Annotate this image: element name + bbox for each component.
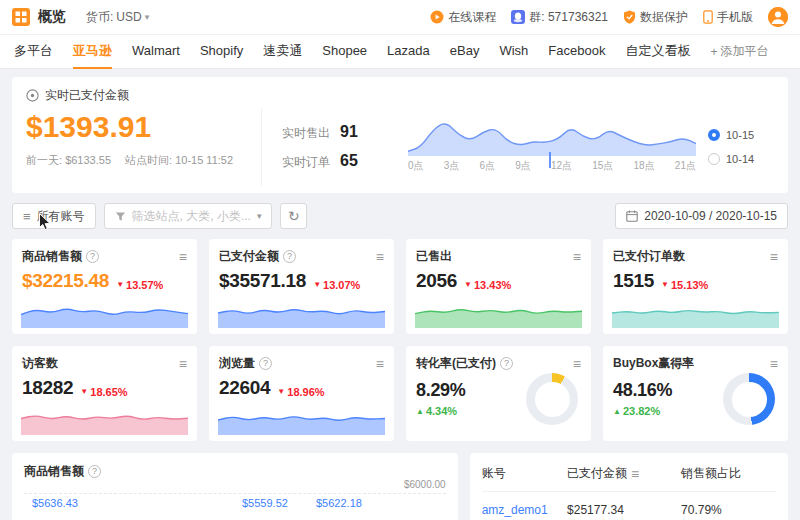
tab-eBay[interactable]: eBay (450, 35, 480, 69)
stat-card-title: 转化率(已支付) (416, 355, 496, 372)
header-paid-label: 已支付金额 (567, 465, 627, 482)
help-icon[interactable]: ? (88, 465, 101, 478)
date-range-picker[interactable]: 2020-10-09 / 2020-10-15 (615, 203, 788, 229)
data-protection-link[interactable]: 数据保护 (623, 9, 688, 26)
stat-card-value: 8.29% (416, 380, 466, 401)
stat-card-change: ▲ 23.82% (613, 405, 660, 417)
stat-card-value: 1515 (613, 270, 654, 292)
stat-card-change: ▼ 15.13% (661, 279, 708, 291)
stat-card-title: 浏览量 (219, 355, 255, 372)
change-value: 15.13% (671, 279, 708, 291)
all-accounts-button[interactable]: ≡ 所有账号 (12, 203, 96, 229)
calendar-icon (626, 210, 638, 222)
tab-速卖通[interactable]: 速卖通 (263, 35, 302, 69)
card-menu-icon[interactable]: ≡ (179, 250, 187, 264)
online-course-link[interactable]: 在线课程 (430, 9, 496, 26)
account-link[interactable]: amz_demo1 (482, 503, 567, 517)
tab-亚马逊[interactable]: 亚马逊 (73, 35, 112, 69)
sort-icon[interactable]: ≡ (631, 467, 639, 481)
change-arrow-icon: ▲ (416, 407, 424, 416)
stat-card: 浏览量 ? ≡ 22604 ▼ 18.96% (209, 346, 394, 441)
platform-tabs: 多平台亚马逊WalmartShopify速卖通ShopeeLazadaeBayW… (0, 35, 800, 69)
header-account[interactable]: 账号 (482, 465, 567, 482)
stat-card-chart (612, 298, 779, 328)
tab-Shopify[interactable]: Shopify (200, 35, 243, 69)
help-icon[interactable]: ? (500, 357, 513, 370)
date-range-value: 2020-10-09 / 2020-10-15 (644, 209, 777, 223)
x-axis-label: 12点 (551, 159, 572, 173)
stat-card-value: 2056 (416, 270, 457, 292)
card-menu-icon[interactable]: ≡ (573, 250, 581, 264)
realtime-sold: 实时售出91 (282, 123, 396, 142)
change-value: 23.82% (623, 405, 660, 417)
header-sales-ratio[interactable]: 销售额占比 (681, 465, 776, 482)
card-menu-icon[interactable]: ≡ (573, 357, 581, 371)
radio-10-15[interactable]: 10-15 (708, 129, 774, 141)
tab-Lazada[interactable]: Lazada (387, 35, 430, 69)
stat-card-value: $32215.48 (22, 270, 109, 292)
chevron-down-icon: ▾ (257, 211, 262, 221)
tab-Facebook[interactable]: Facebook (548, 35, 605, 69)
header-paid-amount[interactable]: 已支付金额≡ (567, 465, 681, 482)
realtime-header: 实时已支付金额 (26, 87, 774, 104)
tab-Walmart[interactable]: Walmart (132, 35, 180, 69)
filter-bar: ≡ 所有账号 筛选站点, 大类, 小类... ▾ ↻ 2020-10-09 / … (12, 203, 788, 229)
x-axis-label: 15点 (592, 159, 613, 173)
stat-card: 访客数 ≡ 18282 ▼ 18.65% (12, 346, 197, 441)
help-icon[interactable]: ? (259, 357, 272, 370)
help-icon[interactable]: ? (86, 250, 99, 263)
refresh-button[interactable]: ↻ (280, 203, 307, 229)
stat-card-change: ▼ 18.65% (80, 386, 127, 398)
account-table-header: 账号 已支付金额≡ 销售额占比 (482, 463, 776, 492)
qq-group[interactable]: 群: 571736321 (511, 9, 608, 26)
card-menu-icon[interactable]: ≡ (376, 357, 384, 371)
stat-card-chart (21, 298, 188, 328)
tab-Shopee[interactable]: Shopee (322, 35, 367, 69)
currency-selector[interactable]: 货币: USD ▾ (86, 9, 149, 26)
stat-card-title: BuyBox赢得率 (613, 355, 694, 372)
app-logo-icon (12, 8, 30, 26)
prev-day-value: $6133.55 (65, 154, 111, 166)
card-menu-icon[interactable]: ≡ (179, 357, 187, 371)
radio-10-14[interactable]: 10-14 (708, 153, 774, 165)
y-axis-label: $6000.00 (404, 479, 446, 490)
card-menu-icon[interactable]: ≡ (770, 357, 778, 371)
add-platform-button[interactable]: + 添加平台 (710, 43, 768, 60)
realtime-amount-block: $1393.91 前一天: $6133.55 站点时间: 10-15 11:52 (26, 108, 261, 186)
card-menu-icon[interactable]: ≡ (770, 250, 778, 264)
mobile-version-link[interactable]: 手机版 (703, 9, 753, 26)
card-menu-icon[interactable]: ≡ (376, 250, 384, 264)
tab-自定义看板[interactable]: 自定义看板 (625, 35, 690, 69)
change-arrow-icon: ▼ (116, 280, 124, 289)
realtime-stats: 实时售出91 实时订单65 (261, 108, 396, 186)
header-account-label: 账号 (482, 465, 506, 482)
radio-label: 10-14 (726, 153, 754, 165)
change-arrow-icon: ▼ (80, 387, 88, 396)
realtime-body: $1393.91 前一天: $6133.55 站点时间: 10-15 11:52… (26, 108, 774, 186)
x-axis-label: 18点 (634, 159, 655, 173)
site-filter-select[interactable]: 筛选站点, 大类, 小类... ▾ (104, 203, 273, 229)
topbar-right: 在线课程 群: 571736321 数据保护 手机版 (430, 7, 788, 27)
page-title: 概览 (38, 8, 66, 26)
stat-card-header: 已支付订单数 ≡ (613, 248, 778, 265)
stat-card-header: 已支付金额 ? ≡ (219, 248, 384, 265)
stat-card-change: ▲ 4.34% (416, 405, 457, 417)
avatar[interactable] (768, 7, 788, 27)
stat-card-values: $35571.18 ▼ 13.07% (219, 270, 384, 292)
change-value: 18.65% (90, 386, 127, 398)
realtime-card: 实时已支付金额 $1393.91 前一天: $6133.55 站点时间: 10-… (12, 77, 788, 193)
data-protection-label: 数据保护 (640, 9, 688, 26)
mobile-version-label: 手机版 (717, 9, 753, 26)
stat-cards-grid: 商品销售额 ? ≡ $32215.48 ▼ 13.57% 已支付金额 ? ≡ $… (12, 239, 788, 441)
stat-card-header: 商品销售额 ? ≡ (22, 248, 187, 265)
help-icon[interactable]: ? (283, 250, 296, 263)
tab-多平台[interactable]: 多平台 (14, 35, 53, 69)
stat-card-chart (21, 405, 188, 435)
change-value: 4.34% (426, 405, 457, 417)
qq-icon (511, 10, 525, 24)
tab-Wish[interactable]: Wish (499, 35, 528, 69)
sales-trend-header: 商品销售额 ? (24, 463, 446, 480)
realtime-orders: 实时订单65 (282, 152, 396, 171)
site-time-value: 10-15 11:52 (175, 154, 233, 166)
stat-card-title: 商品销售额 (22, 248, 82, 265)
